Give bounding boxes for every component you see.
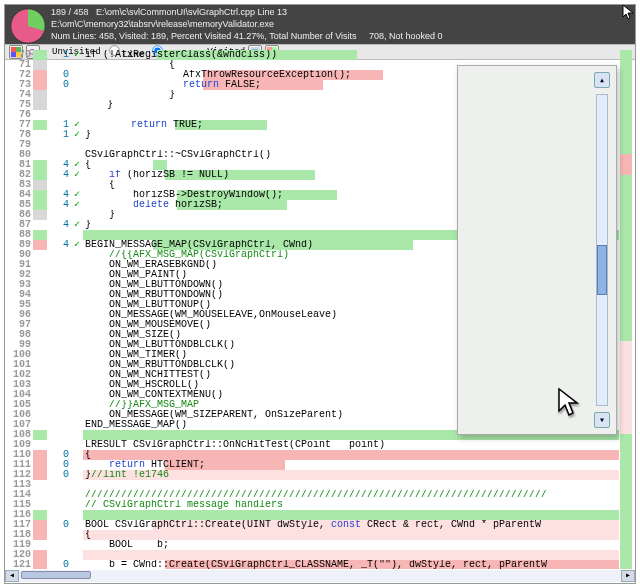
hit-count bbox=[47, 430, 71, 440]
tick-icon bbox=[71, 60, 83, 70]
hit-count bbox=[47, 530, 71, 540]
hit-count: 0 bbox=[47, 80, 71, 90]
overview-strip[interactable] bbox=[620, 50, 632, 569]
code-line[interactable]: 115// CSvlGraphCtrl message handlers bbox=[5, 500, 619, 510]
tick-icon bbox=[71, 520, 83, 530]
hit-count: 1 bbox=[47, 130, 71, 140]
hit-count bbox=[47, 480, 71, 490]
hit-count bbox=[47, 500, 71, 510]
tick-icon bbox=[71, 260, 83, 270]
coverage-gutter bbox=[33, 440, 47, 450]
code-line[interactable]: 1170BOOL CSvlGraphCtrl::Create(UINT dwSt… bbox=[5, 520, 619, 530]
tick-icon bbox=[71, 370, 83, 380]
hit-count: 4 bbox=[47, 170, 71, 180]
tick-icon bbox=[71, 510, 83, 520]
hit-count bbox=[47, 300, 71, 310]
tick-icon bbox=[71, 290, 83, 300]
code-line[interactable]: 120 bbox=[5, 550, 619, 560]
hs-left[interactable]: ◂ bbox=[5, 570, 19, 582]
hit-count bbox=[47, 400, 71, 410]
code-cell bbox=[83, 510, 619, 520]
stats-2: 708, Not hooked 0 bbox=[369, 31, 443, 41]
minimap-scroll-down[interactable]: ▾ bbox=[594, 412, 610, 428]
tick-icon bbox=[71, 390, 83, 400]
coverage-gutter bbox=[33, 370, 47, 380]
hit-count bbox=[47, 490, 71, 500]
cursor-icon-2 bbox=[622, 4, 634, 20]
hit-count bbox=[47, 90, 71, 100]
tick-icon bbox=[71, 360, 83, 370]
hit-count bbox=[47, 270, 71, 280]
coverage-gutter bbox=[33, 340, 47, 350]
coverage-gutter bbox=[33, 490, 47, 500]
coverage-gutter bbox=[33, 550, 47, 560]
tick-icon: ✓ bbox=[71, 220, 83, 230]
header-bar: 189 / 458 E:\om\c\svlCommonUI\svlGraphCt… bbox=[5, 5, 635, 44]
hit-count: 0 bbox=[47, 470, 71, 480]
coverage-gutter bbox=[33, 280, 47, 290]
coverage-gutter bbox=[33, 170, 47, 180]
code-line[interactable]: 109LRESULT CSvlGraphCtrl::OnNcHitTest(CP… bbox=[5, 440, 619, 450]
minimap-scroll-up[interactable]: ▴ bbox=[594, 72, 610, 88]
coverage-gutter bbox=[33, 220, 47, 230]
tick-icon bbox=[71, 480, 83, 490]
hs-right[interactable]: ▸ bbox=[621, 570, 635, 582]
code-cell: // CSvlGraphCtrl message handlers bbox=[83, 500, 619, 510]
coverage-gutter bbox=[33, 60, 47, 70]
minimap-thumb[interactable] bbox=[597, 245, 607, 295]
coverage-gutter bbox=[33, 50, 47, 60]
tick-icon bbox=[71, 350, 83, 360]
code-line[interactable]: 113 bbox=[5, 480, 619, 490]
hit-count: 4 bbox=[47, 220, 71, 230]
hit-count bbox=[47, 370, 71, 380]
coverage-gutter bbox=[33, 310, 47, 320]
tick-icon bbox=[71, 430, 83, 440]
coverage-gutter bbox=[33, 270, 47, 280]
code-line[interactable]: 114/////////////////////////////////////… bbox=[5, 490, 619, 500]
coverage-gutter bbox=[33, 460, 47, 470]
tick-icon bbox=[71, 70, 83, 80]
tick-icon: ✓ bbox=[71, 50, 83, 60]
tick-icon bbox=[71, 470, 83, 480]
code-line[interactable]: 1210 b = CWnd::Create(CSvlGraphCtrl_CLAS… bbox=[5, 560, 619, 569]
coverage-gutter bbox=[33, 70, 47, 80]
coverage-gutter bbox=[33, 560, 47, 569]
coverage-gutter bbox=[33, 450, 47, 460]
code-line[interactable]: 1120}//lint !e1746 bbox=[5, 470, 619, 480]
hit-count bbox=[47, 360, 71, 370]
hit-count bbox=[47, 290, 71, 300]
hit-count bbox=[47, 140, 71, 150]
h-scrollbar[interactable]: ◂ ▸ bbox=[5, 570, 635, 582]
tick-icon bbox=[71, 460, 83, 470]
coverage-gutter bbox=[33, 510, 47, 520]
code-cell: BOOL b; bbox=[83, 540, 619, 550]
code-line[interactable]: 118{ bbox=[5, 530, 619, 540]
code-cell: { bbox=[83, 530, 619, 540]
coverage-gutter bbox=[33, 290, 47, 300]
hit-count bbox=[47, 260, 71, 270]
hs-thumb[interactable] bbox=[21, 571, 91, 579]
code-cell: BOOL CSvlGraphCtrl::Create(UINT dwStyle,… bbox=[83, 520, 619, 530]
code-line[interactable]: 1110 return HTCLIENT; bbox=[5, 460, 619, 470]
minimap-track[interactable] bbox=[596, 94, 608, 406]
hit-count bbox=[47, 420, 71, 430]
code-cell: if (!AfxRegisterClass(&wndclss)) bbox=[83, 50, 619, 60]
coverage-gutter bbox=[33, 480, 47, 490]
tick-icon bbox=[71, 490, 83, 500]
minimap[interactable]: ▴ ▾ bbox=[457, 65, 617, 435]
hit-count: 4 bbox=[47, 200, 71, 210]
tick-icon bbox=[71, 330, 83, 340]
code-line[interactable]: 116 bbox=[5, 510, 619, 520]
tick-icon: ✓ bbox=[71, 170, 83, 180]
code-line[interactable]: 701✓if (!AfxRegisterClass(&wndclss)) bbox=[5, 50, 619, 60]
tick-icon bbox=[71, 320, 83, 330]
coverage-gutter bbox=[33, 250, 47, 260]
code-line[interactable]: 119 BOOL b; bbox=[5, 540, 619, 550]
hit-count bbox=[47, 100, 71, 110]
coverage-gutter bbox=[33, 430, 47, 440]
tick-icon bbox=[71, 400, 83, 410]
coverage-gutter bbox=[33, 500, 47, 510]
coverage-gutter bbox=[33, 420, 47, 430]
tick-icon bbox=[71, 310, 83, 320]
code-line[interactable]: 1100{ bbox=[5, 450, 619, 460]
